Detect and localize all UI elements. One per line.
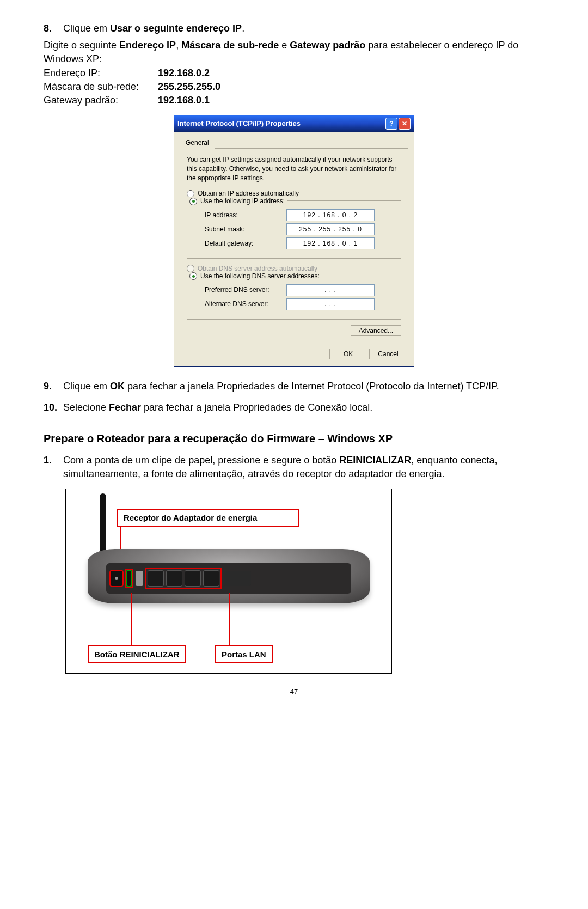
step-8-paragraph: Digite o seguinte Endereço IP, Máscara d… <box>44 39 544 66</box>
callout-line <box>131 593 132 645</box>
kv-gw-value: 192.168.0.1 <box>158 94 210 107</box>
field-subnet: Subnet mask: 255 . 255 . 255 . 0 <box>205 223 395 235</box>
lan-ports-group <box>146 569 220 588</box>
xp-titlebar[interactable]: Internet Protocol (TCP/IP) Properties ? … <box>174 115 414 132</box>
gateway-input[interactable]: 192 . 168 . 0 . 1 <box>286 237 375 249</box>
pref-dns-input[interactable]: . . . <box>286 284 375 296</box>
router-antenna <box>100 493 106 559</box>
help-button[interactable]: ? <box>385 118 397 130</box>
kv-mask: Máscara de sub-rede: 255.255.255.0 <box>44 80 544 94</box>
bold-text: OK <box>110 381 125 392</box>
ip-address-input[interactable]: 192 . 168 . 0 . 2 <box>286 209 375 221</box>
ip-group: Use the following IP address: IP address… <box>187 200 401 259</box>
kv-mask-label: Máscara de sub-rede: <box>44 80 158 94</box>
bold-text: Fechar <box>109 402 141 413</box>
lan-port <box>185 570 201 587</box>
step-9: 9. Clique em OK para fechar a janela Pro… <box>44 380 544 393</box>
step-10-text: Selecione Fechar para fechar a janela Pr… <box>63 401 544 414</box>
callout-lan-ports: Portas LAN <box>215 645 273 663</box>
xp-tcpip-dialog: Internet Protocol (TCP/IP) Properties ? … <box>174 115 414 366</box>
callout-power-adapter: Receptor do Adaptador de energia <box>117 509 299 527</box>
text: Digite o seguinte <box>44 40 119 51</box>
kv-mask-value: 255.255.255.0 <box>158 80 220 94</box>
field-label: IP address: <box>205 211 286 220</box>
text: para fechar a janela Propriedades de Int… <box>125 381 499 392</box>
field-pref-dns: Preferred DNS server: . . . <box>205 284 395 296</box>
radio-use-dns[interactable]: Use the following DNS server addresses: <box>187 272 322 281</box>
kv-ip-label: Endereço IP: <box>44 66 158 80</box>
ip-value: . . . <box>324 300 336 309</box>
alt-dns-input[interactable]: . . . <box>286 298 375 310</box>
router-face <box>106 563 351 594</box>
step-10-num: 10. <box>44 401 63 414</box>
close-button[interactable]: ✕ <box>399 118 411 130</box>
xp-body: General You can get IP settings assigned… <box>174 132 414 365</box>
text: , <box>176 40 181 51</box>
callout-line <box>229 593 230 645</box>
kv-ip: Endereço IP: 192.168.0.2 <box>44 66 544 80</box>
reset-wrap <box>126 570 132 587</box>
field-gateway: Default gateway: 192 . 168 . 0 . 1 <box>205 237 395 249</box>
text: Clique em <box>63 381 110 392</box>
step-9-text: Clique em OK para fechar a janela Propri… <box>63 380 544 393</box>
ip-value: 192 . 168 . 0 . 1 <box>303 239 358 248</box>
text: . <box>242 23 244 34</box>
radio-icon <box>189 272 197 280</box>
field-label: Preferred DNS server: <box>205 285 286 295</box>
bold-text: Endereço IP <box>119 40 176 51</box>
radio-icon <box>189 198 197 205</box>
ip-value: . . . <box>324 285 336 295</box>
step-10: 10. Selecione Fechar para fechar a janel… <box>44 401 544 414</box>
wan-slot <box>224 571 251 586</box>
text: Clique em <box>63 23 110 34</box>
lan-port <box>203 570 219 587</box>
xp-panel: You can get IP settings assigned automat… <box>180 148 408 343</box>
field-label: Subnet mask: <box>205 225 286 234</box>
kv-gw: Gateway padrão: 192.168.0.1 <box>44 94 544 107</box>
router-diagram: Receptor do Adaptador de energia Botão R… <box>65 489 392 674</box>
step-9-num: 9. <box>44 380 63 393</box>
page-number: 47 <box>44 687 544 697</box>
radio-label: Use the following IP address: <box>200 197 285 206</box>
lan-port <box>148 570 164 587</box>
step-8-text: Clique em Usar o seguinte endereço IP. <box>63 22 544 35</box>
ip-value: 255 . 255 . 255 . 0 <box>299 225 362 234</box>
help-icon: ? <box>389 119 393 129</box>
xp-description: You can get IP settings assigned automat… <box>187 155 401 182</box>
close-icon: ✕ <box>402 119 407 129</box>
kv-ip-value: 192.168.0.2 <box>158 66 210 80</box>
field-label: Default gateway: <box>205 239 286 248</box>
router-body <box>88 549 370 603</box>
usb-port <box>136 571 143 586</box>
subnet-input[interactable]: 255 . 255 . 255 . 0 <box>286 223 375 235</box>
power-port <box>111 571 122 586</box>
tab-general[interactable]: General <box>180 137 215 149</box>
advanced-button[interactable]: Advanced... <box>351 325 401 336</box>
reset-button-port <box>127 571 131 586</box>
ok-button[interactable]: OK <box>329 349 367 359</box>
text: e <box>279 40 290 51</box>
xp-title-text: Internet Protocol (TCP/IP) Properties <box>177 119 384 129</box>
bold-text: Máscara de sub-rede <box>181 40 279 51</box>
callout-reset-button: Botão REINICIALIZAR <box>88 645 186 663</box>
dialog-bottom-buttons: OK Cancel <box>180 343 408 361</box>
step-8: 8. Clique em Usar o seguinte endereço IP… <box>44 22 544 35</box>
text: Selecione <box>63 402 109 413</box>
radio-use-ip[interactable]: Use the following IP address: <box>187 197 287 206</box>
lan-port <box>166 570 182 587</box>
ip-value: 192 . 168 . 0 . 2 <box>303 211 358 220</box>
text: Com a ponta de um clipe de papel, pressi… <box>63 455 339 466</box>
bold-text: Usar o seguinte endereço IP <box>110 23 242 34</box>
kv-gw-label: Gateway padrão: <box>44 94 158 107</box>
cancel-button[interactable]: Cancel <box>369 349 407 359</box>
field-ip-address: IP address: 192 . 168 . 0 . 2 <box>205 209 395 221</box>
step-8-num: 8. <box>44 22 63 35</box>
radio-label: Use the following DNS server addresses: <box>200 272 320 281</box>
router-step-1-num: 1. <box>44 454 63 481</box>
field-alt-dns: Alternate DNS server: . . . <box>205 298 395 310</box>
bold-text: REINICIALIZAR <box>339 455 411 466</box>
text: para fechar a janela Propriedades de Con… <box>141 402 372 413</box>
field-label: Alternate DNS server: <box>205 300 286 309</box>
section-heading: Prepare o Roteador para a recuperação do… <box>44 431 544 446</box>
router-step-1: 1. Com a ponta de um clipe de papel, pre… <box>44 454 544 481</box>
